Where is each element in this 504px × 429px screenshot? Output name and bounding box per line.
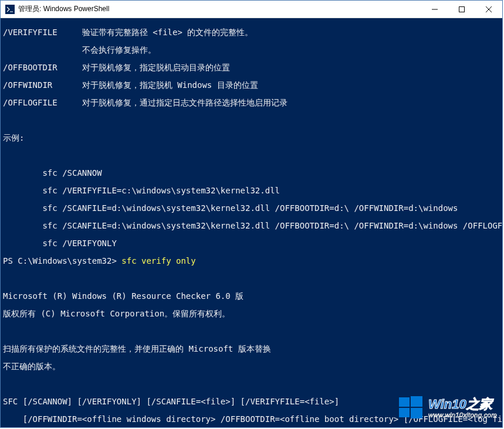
output-line — [3, 327, 500, 336]
svg-rect-4 — [399, 397, 410, 407]
output-line: /OFFLOGFILE 对于脱机修复，通过指定日志文件路径选择性地启用记录 — [3, 98, 500, 107]
output-line: sfc /SCANNOW — [3, 169, 500, 178]
output-line: sfc /VERIFYFILE=c:\windows\system32\kern… — [3, 186, 500, 195]
output-line: sfc /SCANFILE=d:\windows\system32\kernel… — [3, 222, 500, 230]
output-line: 不会执行修复操作。 — [3, 46, 500, 55]
watermark-brand: Win10之家 — [428, 397, 497, 411]
output-line: 不正确的版本。 — [3, 362, 500, 371]
watermark-url: www.win10xitong.com — [428, 411, 497, 418]
svg-rect-7 — [411, 408, 422, 418]
output-line: sfc /SCANFILE=d:\windows\system32\kernel… — [3, 204, 500, 213]
output-line — [3, 380, 500, 389]
close-button[interactable] — [475, 1, 502, 18]
output-line: 示例: — [3, 134, 500, 142]
powershell-window: 管理员: Windows PowerShell /VERIFYFILE 验证带有… — [0, 0, 503, 428]
svg-rect-5 — [411, 396, 422, 407]
windows-logo-icon — [398, 395, 424, 421]
output-line — [3, 151, 500, 160]
output-line: /OFFWINDIR 对于脱机修复，指定脱机 Windows 目录的位置 — [3, 81, 500, 90]
command-input: sfc verify only — [121, 257, 195, 265]
watermark-text: Win10之家 www.win10xitong.com — [428, 397, 497, 418]
titlebar[interactable]: 管理员: Windows PowerShell — [1, 1, 502, 18]
terminal-output[interactable]: /VERIFYFILE 验证带有完整路径 <file> 的文件的完整性。 不会执… — [1, 18, 502, 427]
svg-rect-1 — [459, 6, 465, 12]
svg-rect-6 — [399, 408, 410, 417]
output-line — [3, 116, 500, 125]
prompt-path: PS C:\Windows\system32> — [3, 257, 121, 265]
output-line: /VERIFYFILE 验证带有完整路径 <file> 的文件的完整性。 — [3, 28, 500, 37]
output-line: /OFFBOOTDIR 对于脱机修复，指定脱机启动目录的位置 — [3, 63, 500, 72]
window-controls — [421, 1, 502, 18]
watermark: Win10之家 www.win10xitong.com — [398, 395, 497, 421]
output-line: sfc /VERIFYONLY — [3, 239, 500, 248]
output-line: Microsoft (R) Windows (R) Resource Check… — [3, 292, 500, 301]
minimize-button[interactable] — [421, 1, 448, 18]
window-title: 管理员: Windows PowerShell — [18, 4, 421, 14]
output-line: 扫描所有保护的系统文件的完整性，并使用正确的 Microsoft 版本替换 — [3, 345, 500, 353]
output-line — [3, 274, 500, 283]
output-line: 版权所有 (C) Microsoft Corporation。保留所有权利。 — [3, 309, 500, 318]
maximize-button[interactable] — [448, 1, 475, 18]
powershell-icon — [5, 5, 15, 14]
prompt-line: PS C:\Windows\system32> sfc verify only — [3, 257, 500, 265]
